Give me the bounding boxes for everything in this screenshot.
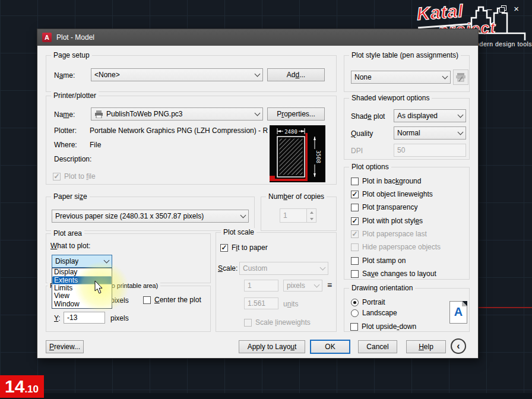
portrait-radio[interactable]	[351, 299, 359, 306]
paper-size-legend: Paper size	[51, 192, 90, 201]
scale-combo[interactable]: Custom	[239, 262, 328, 275]
preview-width-dim: 2480	[284, 129, 297, 135]
copies-spinner[interactable]	[306, 208, 316, 223]
plotter-value: Portable Network Graphics PNG (LZH Compr…	[90, 126, 268, 135]
plotter-label: Plotter:	[54, 126, 77, 135]
plot-option-label: Plot with plot styles	[362, 217, 423, 225]
orientation-letter: A	[450, 305, 467, 319]
partial-preview-thumbnail: 2480 3508	[270, 125, 325, 182]
upside-down-row: Plot upside-down	[350, 322, 416, 331]
plot-with-plot-styles-checkbox[interactable]	[351, 217, 359, 225]
plot-style-legend: Plot style table (pen assignments)	[349, 51, 461, 59]
y-offset-field[interactable]: -13	[64, 312, 105, 324]
where-value: File	[90, 141, 101, 149]
units-label: units	[283, 300, 298, 308]
plot-scale-legend: Plot scale	[221, 228, 256, 236]
plot-option-row: Plot with plot styles	[351, 216, 423, 226]
fit-to-paper-label: Fit to paper	[232, 243, 268, 252]
plot-option-label: Save changes to layout	[362, 270, 436, 278]
fit-to-paper-checkbox[interactable]	[220, 244, 228, 252]
shade-plot-combo[interactable]: As displayed	[394, 109, 466, 122]
plot-object-lineweights-checkbox[interactable]	[351, 191, 359, 198]
plot-option-label: Plot paperspace last	[362, 230, 427, 238]
landscape-radio[interactable]	[351, 309, 359, 317]
quality-combo[interactable]: Normal	[394, 126, 466, 140]
cancel-button[interactable]: Cancel	[358, 340, 397, 353]
hide-paperspace-objects-checkbox[interactable]	[351, 243, 359, 251]
plot-to-file-checkbox[interactable]	[53, 173, 61, 180]
dropdown-item[interactable]: Limits	[52, 284, 112, 292]
dialog-titlebar[interactable]: A Plot - Model	[37, 29, 478, 46]
close-icon[interactable]: ×	[514, 3, 519, 15]
ok-button[interactable]: OK	[310, 340, 350, 354]
chevron-down-icon	[442, 74, 448, 80]
what-to-plot-value: Display	[55, 257, 78, 265]
printer-name-label: Name:	[54, 110, 75, 119]
minimize-icon[interactable]: –	[487, 3, 492, 15]
save-changes-to-layout-checkbox[interactable]	[351, 270, 359, 278]
pen-table-icon	[455, 72, 466, 83]
dropdown-item[interactable]: Display	[52, 268, 112, 276]
plot-paperspace-last-checkbox[interactable]	[351, 230, 359, 238]
center-plot-checkbox[interactable]	[143, 296, 151, 304]
plot-option-row: Save changes to layout	[351, 269, 436, 278]
apply-to-layout-button[interactable]: Apply to Layout	[239, 340, 305, 353]
logo-tagline: modern design tools	[470, 40, 532, 48]
spinner-up-icon[interactable]	[307, 209, 316, 216]
quality-value: Normal	[397, 129, 420, 137]
copies-field[interactable]: 1	[280, 208, 307, 223]
y-offset-label: Y:	[54, 314, 61, 322]
edit-pen-table-button[interactable]	[453, 69, 468, 85]
less-options-button[interactable]: ‹	[451, 338, 466, 354]
landscape-row: Landscape	[351, 308, 397, 318]
add-button[interactable]: Add...	[267, 68, 325, 81]
dropdown-item[interactable]: Window	[52, 300, 112, 308]
printer-icon	[94, 110, 103, 118]
page-setup-name-combo[interactable]: <None>	[91, 68, 263, 81]
preview-button[interactable]: Preview...	[46, 340, 84, 353]
restore-icon[interactable]	[499, 6, 506, 12]
printer-name-combo[interactable]: PublishToWeb PNG.pc3	[91, 107, 263, 121]
dpi-field[interactable]: 50	[394, 144, 466, 157]
autocad-icon: A	[42, 33, 52, 42]
scale-label: Scale:	[218, 264, 238, 273]
scale-lineweights-checkbox[interactable]	[244, 319, 252, 327]
plot-in-background-checkbox[interactable]	[351, 178, 359, 185]
properties-button[interactable]: Properties...	[267, 107, 325, 121]
plot-upside-down-checkbox[interactable]	[350, 323, 358, 331]
dropdown-item-highlighted[interactable]: Extents	[52, 276, 112, 284]
quality-label: Quality	[351, 129, 373, 138]
plot-option-row: Plot in background	[351, 176, 421, 186]
paper-size-combo[interactable]: Previous paper size (2480.31 x 3507.87 p…	[52, 210, 249, 223]
version-badge: 14 .10	[0, 375, 44, 398]
chevron-down-icon	[458, 129, 464, 135]
plot-style-value: None	[354, 73, 372, 81]
orientation-paper-icon: A	[449, 301, 467, 324]
plot-option-row: Plot paperspace last	[351, 229, 427, 239]
help-button[interactable]: Help	[406, 340, 446, 353]
plot-option-row: Plot stamp on	[351, 256, 406, 265]
plot-upside-down-label: Plot upside-down	[362, 322, 416, 331]
taskbar-strip	[0, 393, 532, 399]
shade-plot-value: As displayed	[397, 112, 438, 120]
plot-option-label: Plot object lineweights	[362, 190, 433, 198]
plot-option-label: Plot in background	[362, 177, 421, 185]
description-label: Description:	[54, 155, 91, 163]
plot-option-row: Hide paperspace objects	[351, 242, 441, 252]
spinner-down-icon[interactable]	[307, 216, 316, 222]
copies-legend: Number of copies	[266, 192, 327, 201]
paper-units-field[interactable]: 1	[244, 280, 278, 292]
drawing-units-field[interactable]: 1.561	[244, 297, 278, 309]
plot-to-file-label: Plot to file	[64, 172, 96, 180]
plot-style-combo[interactable]: None	[351, 71, 451, 84]
plot-transparency-checkbox[interactable]	[351, 204, 359, 211]
y-units-label: pixels	[110, 314, 129, 322]
plot-stamp-on-checkbox[interactable]	[351, 257, 359, 265]
paper-units-combo[interactable]: pixels	[283, 280, 322, 292]
page-setup-name-value: <None>	[94, 71, 120, 79]
chevron-down-icon	[314, 282, 320, 288]
where-label: Where:	[54, 141, 77, 149]
dropdown-item[interactable]: View	[52, 292, 112, 300]
chevron-down-icon	[320, 265, 326, 271]
what-to-plot-combo[interactable]: Display	[52, 255, 112, 268]
